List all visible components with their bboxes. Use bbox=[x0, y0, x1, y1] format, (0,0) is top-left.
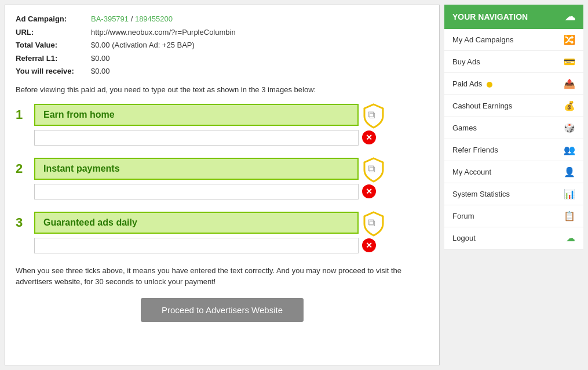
total-value-row: Total Value: $0.00 (Activation Ad: +25 B… bbox=[16, 39, 429, 51]
captcha-group-1: 1 Earn from home ⧉ ✕ bbox=[16, 103, 429, 146]
captcha-text-2: Instant payments bbox=[34, 158, 359, 180]
captcha-text-1: Earn from home bbox=[34, 104, 359, 126]
captcha-number-2: 2 bbox=[16, 161, 34, 176]
sidebar-item-buy-ads[interactable]: Buy Ads 💳 bbox=[444, 51, 583, 73]
sidebar-label-cashout: Cashout Earnings bbox=[452, 101, 512, 110]
captcha-group-2: 2 Instant payments ⧉ ✕ bbox=[16, 157, 429, 199]
ad-campaign-link[interactable]: BA-395791 bbox=[91, 14, 129, 23]
copy-icon-1: ⧉ bbox=[368, 109, 375, 121]
my-account-icon: 👤 bbox=[564, 166, 575, 177]
clear-button-1[interactable]: ✕ bbox=[362, 130, 376, 144]
sidebar-item-system-statistics[interactable]: System Statistics 📊 bbox=[444, 183, 583, 205]
captcha-image-row-2: 2 Instant payments ⧉ bbox=[16, 157, 429, 180]
proceed-button[interactable]: Proceed to Advertisers Website bbox=[141, 298, 304, 322]
paid-ads-badge bbox=[487, 82, 492, 88]
sidebar-item-refer-friends[interactable]: Refer Friends 👥 bbox=[444, 139, 583, 161]
clear-button-3[interactable]: ✕ bbox=[362, 238, 376, 252]
captcha-group-3: 3 Guaranteed ads daily ⧉ ✕ bbox=[16, 211, 429, 253]
ad-info-table: Ad Campaign: BA-395791 / 189455200 URL: … bbox=[16, 13, 429, 77]
sidebar-label-paid-ads: Paid Ads bbox=[452, 79, 492, 88]
main-panel: Ad Campaign: BA-395791 / 189455200 URL: … bbox=[5, 5, 440, 365]
cloud-upload-icon: ☁ bbox=[565, 10, 575, 23]
captcha-number-3: 3 bbox=[16, 215, 34, 230]
instruction-text: Before viewing this paid ad, you need to… bbox=[16, 85, 429, 94]
cashout-icon: 💰 bbox=[564, 100, 575, 111]
sidebar-label-refer-friends: Refer Friends bbox=[452, 146, 498, 154]
captcha-input-row-1: ✕ bbox=[34, 130, 429, 146]
ad-campaign-link2[interactable]: 189455200 bbox=[135, 14, 173, 23]
url-value: http://www.neobux.com/?r=PurpleColumbin bbox=[91, 27, 236, 38]
sidebar-item-games[interactable]: Games 🎲 bbox=[444, 117, 583, 139]
forum-icon: 📋 bbox=[564, 211, 575, 222]
captcha-input-2[interactable] bbox=[34, 184, 359, 199]
copy-icon-3: ⧉ bbox=[368, 217, 375, 229]
sidebar-item-forum[interactable]: Forum 📋 bbox=[444, 205, 583, 227]
referral-value: $0.00 bbox=[91, 53, 110, 64]
copy-button-1[interactable]: ⧉ bbox=[362, 103, 385, 126]
buy-ads-icon: 💳 bbox=[564, 56, 575, 67]
sidebar-label-system-statistics: System Statistics bbox=[452, 190, 510, 198]
total-value-label: Total Value: bbox=[16, 39, 91, 51]
sidebar-item-my-ad-campaigns[interactable]: My Ad Campaigns 🔀 bbox=[444, 29, 583, 51]
receive-label: You will receive: bbox=[16, 66, 91, 77]
sidebar-label-my-ad-campaigns: My Ad Campaigns bbox=[452, 35, 514, 44]
receive-value: $0.00 bbox=[91, 66, 110, 77]
games-icon: 🎲 bbox=[564, 122, 575, 133]
captcha-image-row-3: 3 Guaranteed ads daily ⧉ bbox=[16, 211, 429, 234]
clear-button-2[interactable]: ✕ bbox=[362, 184, 376, 198]
referral-label: Referral L1: bbox=[16, 53, 91, 64]
paid-ads-icon: 📤 bbox=[564, 78, 575, 89]
ad-campaign-row: Ad Campaign: BA-395791 / 189455200 bbox=[16, 13, 429, 25]
sidebar-item-my-account[interactable]: My Account 👤 bbox=[444, 161, 583, 183]
sidebar-label-games: Games bbox=[452, 124, 477, 132]
captcha-image-row-1: 1 Earn from home ⧉ bbox=[16, 103, 429, 126]
captcha-number-1: 1 bbox=[16, 107, 34, 122]
copy-button-2[interactable]: ⧉ bbox=[362, 157, 385, 180]
ad-campaign-value: BA-395791 / 189455200 bbox=[91, 13, 173, 25]
copy-button-3[interactable]: ⧉ bbox=[362, 211, 385, 234]
referral-row: Referral L1: $0.00 bbox=[16, 53, 429, 64]
captcha-input-row-3: ✕ bbox=[34, 238, 429, 253]
sidebar-item-logout[interactable]: Logout ☁ bbox=[444, 227, 583, 249]
sidebar-label-logout: Logout bbox=[452, 234, 476, 242]
footer-text: When you see three ticks above, it means… bbox=[16, 265, 410, 288]
ad-campaign-label: Ad Campaign: bbox=[16, 13, 91, 25]
sidebar-label-my-account: My Account bbox=[452, 168, 491, 176]
captcha-input-1[interactable] bbox=[34, 130, 359, 146]
captcha-input-3[interactable] bbox=[34, 238, 359, 253]
sidebar-header: YOUR NAVIGATION ☁ bbox=[444, 5, 583, 29]
captcha-input-row-2: ✕ bbox=[34, 184, 429, 199]
logout-icon: ☁ bbox=[566, 233, 575, 244]
sidebar-item-cashout[interactable]: Cashout Earnings 💰 bbox=[444, 95, 583, 117]
url-row: URL: http://www.neobux.com/?r=PurpleColu… bbox=[16, 27, 429, 38]
sidebar-header-title: YOUR NAVIGATION bbox=[452, 12, 528, 21]
sidebar-label-forum: Forum bbox=[452, 212, 474, 220]
sidebar-label-buy-ads: Buy Ads bbox=[452, 57, 480, 66]
receive-row: You will receive: $0.00 bbox=[16, 66, 429, 77]
sidebar-item-paid-ads[interactable]: Paid Ads 📤 bbox=[444, 73, 583, 95]
url-label: URL: bbox=[16, 27, 91, 38]
refer-friends-icon: 👥 bbox=[564, 144, 575, 155]
captcha-text-3: Guaranteed ads daily bbox=[34, 212, 359, 234]
ad-campaigns-icon: 🔀 bbox=[564, 34, 575, 45]
total-value-value: $0.00 (Activation Ad: +25 BAP) bbox=[91, 39, 195, 51]
system-statistics-icon: 📊 bbox=[564, 188, 575, 199]
copy-icon-2: ⧉ bbox=[368, 163, 375, 175]
sidebar: YOUR NAVIGATION ☁ My Ad Campaigns 🔀 Buy … bbox=[444, 5, 583, 365]
